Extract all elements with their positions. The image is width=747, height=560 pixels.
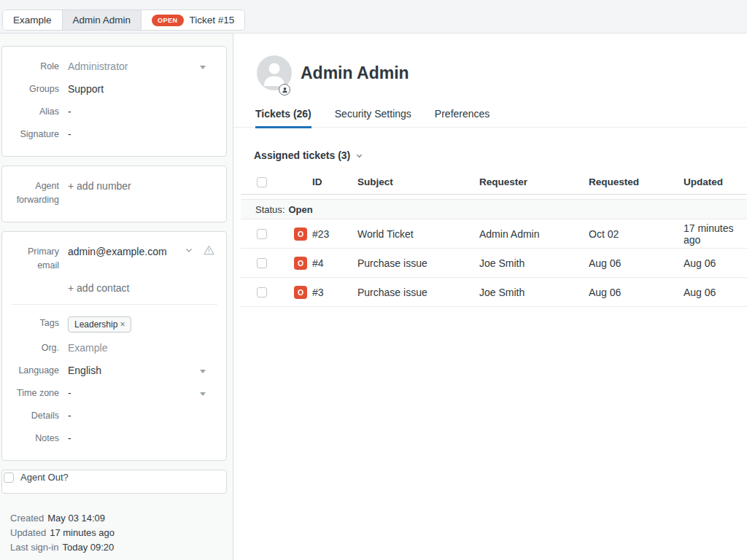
chevron-down-icon	[200, 370, 206, 373]
org-value[interactable]: Example	[68, 341, 217, 355]
add-contact-link[interactable]: + add contact	[68, 281, 217, 295]
org-label: Org.	[11, 341, 59, 355]
primary-email-value[interactable]: admin@example.com	[68, 245, 185, 259]
chevron-down-icon	[355, 152, 363, 160]
groups-field: Groups Support	[11, 82, 217, 96]
warning-icon	[204, 245, 214, 255]
ticket-updated: Aug 06	[684, 257, 747, 269]
groups-value[interactable]: Support	[68, 82, 217, 96]
tags-label: Tags	[11, 316, 59, 330]
add-number-link[interactable]: + add number	[68, 179, 217, 193]
tickets-table: ID Subject Requester Requested Updated S…	[241, 170, 747, 307]
signature-field: Signature -	[11, 128, 217, 141]
ticket-requester: Admin Admin	[479, 228, 589, 240]
ticket-id[interactable]: #3	[312, 287, 357, 298]
agent-forwarding-label: Agent forwarding	[11, 179, 59, 207]
timezone-field: Time zone -	[11, 386, 217, 400]
content-area: Role Administrator Groups Support Alias …	[0, 34, 747, 560]
role-select[interactable]: Administrator	[68, 60, 217, 74]
details-field: Details -	[11, 409, 217, 423]
ticket-id[interactable]: #23	[312, 228, 357, 240]
tab-preferences[interactable]: Preferences	[435, 108, 489, 128]
user-meta: CreatedMay 03 14:09 Updated17 minutes ag…	[1, 502, 227, 555]
role-label: Role	[11, 60, 59, 74]
chevron-down-icon[interactable]	[185, 246, 193, 254]
tab-ticket-15[interactable]: OPEN Ticket #15	[142, 10, 244, 30]
user-details-sidebar: Role Administrator Groups Support Alias …	[0, 34, 233, 560]
tag-leadership[interactable]: Leadership×	[68, 316, 131, 332]
open-status-badge: OPEN	[152, 15, 184, 26]
col-requester[interactable]: Requester	[479, 176, 589, 187]
page-title: Admin Admin	[301, 63, 409, 83]
groups-label: Groups	[11, 82, 59, 96]
tab-example[interactable]: Example	[3, 10, 63, 30]
row-checkbox[interactable]	[257, 258, 267, 268]
add-contact-row: + add contact	[11, 281, 217, 295]
ticket-requested: Aug 06	[589, 287, 684, 298]
details-value[interactable]: -	[68, 409, 217, 423]
agent-out-checkbox[interactable]	[4, 472, 14, 483]
ticket-open-status-icon: O	[294, 228, 307, 241]
primary-email-field: Primary email admin@example.com	[11, 245, 217, 273]
last-signin-row: Last sign-inToday 09:20	[10, 540, 227, 555]
ticket-updated: Aug 06	[684, 287, 747, 298]
tab-admin-admin[interactable]: Admin Admin	[63, 10, 142, 30]
ticket-subject[interactable]: Purchase issue	[357, 287, 479, 298]
col-id[interactable]: ID	[312, 176, 357, 187]
select-all-checkbox[interactable]	[257, 177, 267, 187]
alias-field: Alias -	[11, 105, 217, 119]
profile-header: Admin Admin	[257, 55, 747, 90]
agent-forwarding-field: Agent forwarding + add number	[11, 179, 217, 207]
tab-ticket-15-label: Ticket #15	[190, 15, 235, 26]
avatar	[257, 55, 292, 90]
primary-email-label: Primary email	[11, 245, 59, 273]
notes-label: Notes	[11, 432, 59, 446]
ticket-open-status-icon: O	[294, 257, 307, 270]
tab-group: Example Admin Admin OPEN Ticket #15	[2, 9, 245, 31]
ticket-id[interactable]: #4	[312, 257, 357, 269]
user-profile-main: Admin Admin Tickets (26) Security Settin…	[233, 34, 747, 560]
tab-admin-admin-label: Admin Admin	[73, 15, 131, 26]
timezone-label: Time zone	[11, 386, 59, 400]
timezone-select[interactable]: -	[68, 386, 217, 400]
tab-tickets[interactable]: Tickets (26)	[255, 108, 311, 128]
alias-value[interactable]: -	[68, 105, 217, 119]
ticket-subject[interactable]: Purchase issue	[357, 257, 479, 269]
ticket-open-status-icon: O	[294, 286, 307, 299]
tab-example-label: Example	[13, 15, 52, 26]
col-requested[interactable]: Requested	[589, 176, 684, 187]
chevron-down-icon	[200, 66, 206, 69]
col-subject[interactable]: Subject	[357, 176, 479, 187]
tags-field: Tags Leadership×	[11, 316, 217, 332]
ticket-subject[interactable]: World Ticket	[357, 228, 479, 240]
signature-value[interactable]: -	[68, 128, 217, 141]
table-row[interactable]: O #3 Purchase issue Joe Smith Aug 06 Aug…	[241, 278, 747, 307]
table-header-row: ID Subject Requester Requested Updated	[241, 170, 747, 195]
ticket-requested: Aug 06	[589, 257, 684, 269]
assigned-tickets-title: Assigned tickets (3)	[254, 149, 350, 161]
org-field: Org. Example	[11, 341, 217, 355]
card-divider	[11, 304, 217, 305]
status-group-label: Status:	[255, 204, 285, 215]
notes-value[interactable]: -	[68, 432, 217, 446]
table-row[interactable]: O #4 Purchase issue Joe Smith Aug 06 Aug…	[241, 249, 747, 278]
language-select[interactable]: English	[68, 364, 217, 378]
status-group-row: Status: Open	[241, 199, 747, 219]
assigned-tickets-header[interactable]: Assigned tickets (3)	[254, 149, 747, 161]
col-updated[interactable]: Updated	[684, 176, 747, 187]
agent-out-card: Agent Out?	[1, 470, 227, 494]
table-row[interactable]: O #23 World Ticket Admin Admin Oct 02 17…	[241, 219, 747, 249]
ticket-updated: 17 minutes ago	[684, 222, 747, 246]
agent-role-badge-icon	[279, 84, 290, 96]
contact-card: Primary email admin@example.com + add co…	[1, 231, 227, 461]
language-field: Language English	[11, 364, 217, 378]
tag-remove-icon[interactable]: ×	[120, 319, 125, 330]
details-label: Details	[11, 409, 59, 423]
tab-security-settings[interactable]: Security Settings	[335, 108, 411, 128]
row-checkbox[interactable]	[257, 229, 267, 239]
signature-label: Signature	[11, 128, 59, 141]
agent-out-label: Agent Out?	[20, 472, 69, 483]
status-group-value: Open	[288, 204, 312, 215]
row-checkbox[interactable]	[257, 287, 267, 298]
role-field: Role Administrator	[11, 60, 217, 74]
